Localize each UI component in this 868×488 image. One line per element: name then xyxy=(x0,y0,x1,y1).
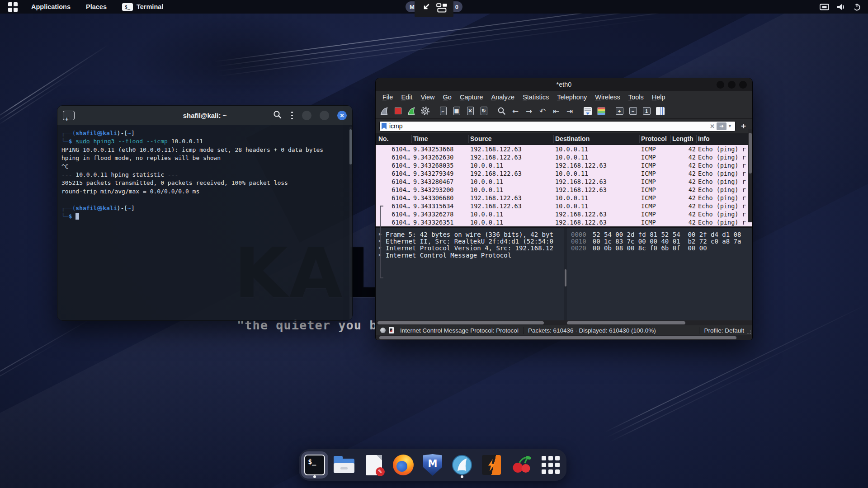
packet-list-vscrollbar[interactable] xyxy=(748,129,752,222)
capture-fin-icon[interactable] xyxy=(378,105,390,117)
filter-dropdown-icon[interactable]: ▼ xyxy=(726,124,733,128)
status-profile[interactable]: Profile: Default xyxy=(704,327,744,334)
terminal-titlebar[interactable]: shafil@kali: ~ ✕ xyxy=(57,106,352,125)
dock-files[interactable] xyxy=(330,451,358,479)
dock-firefox[interactable] xyxy=(390,451,417,479)
packet-row[interactable]: 6104…9.34326803510.0.0.11192.168.122.63I… xyxy=(376,161,752,169)
detail-tree-item[interactable]: ▶Internet Protocol Version 4, Src: 192.1… xyxy=(376,244,564,251)
detail-tree-item[interactable]: ▶Internet Control Message Protocol xyxy=(376,252,564,258)
go-last-packet-icon[interactable]: ⇥ xyxy=(564,105,576,117)
auto-scroll-icon[interactable] xyxy=(582,105,594,117)
detail-tree-item[interactable]: ▶Ethernet II, Src: RealtekU_2f:d4:d1 (52… xyxy=(376,238,564,244)
packet-row[interactable]: 6104…9.34332627810.0.0.11192.168.122.63I… xyxy=(376,210,752,218)
column-header-source[interactable]: Source xyxy=(470,135,491,142)
menu-edit[interactable]: Edit xyxy=(397,92,416,103)
terminal-scrollbar[interactable] xyxy=(349,127,352,320)
capture-file-properties-icon[interactable] xyxy=(389,327,394,333)
filter-bar: ✕ ➜ ▼ + xyxy=(376,119,752,133)
reload-file-icon[interactable]: ↻ xyxy=(478,105,490,117)
capture-stop-icon[interactable] xyxy=(392,105,404,117)
new-tab-button[interactable] xyxy=(63,111,75,120)
hex-line[interactable]: 002000 0b 08 00 8c f0 6b 0f 00 00 xyxy=(567,244,752,251)
close-file-icon[interactable]: ✕ xyxy=(464,105,476,117)
clear-filter-icon[interactable]: ✕ xyxy=(708,123,717,130)
menu-tools[interactable]: Tools xyxy=(624,92,648,103)
capture-options-gear-icon[interactable] xyxy=(419,105,431,117)
fullscreen-toolbar[interactable] xyxy=(415,0,453,17)
display-filter-field[interactable]: ✕ ➜ ▼ xyxy=(379,121,736,131)
menu-wireless[interactable]: Wireless xyxy=(591,92,624,103)
menu-statistics[interactable]: Statistics xyxy=(519,92,553,103)
dock-wireshark[interactable] xyxy=(448,451,476,479)
dock-terminal[interactable]: $_ xyxy=(301,451,328,479)
save-file-icon[interactable]: ▦ xyxy=(451,105,462,117)
dock-metasploit[interactable]: M xyxy=(419,451,446,479)
terminal-output[interactable]: ┌──(shafil㉿kali)-[~]└─$ sudo hping3 --fl… xyxy=(57,125,352,321)
status-field-text: Internet Control Message Protocol: Proto… xyxy=(400,327,519,334)
pane-hscrollbars[interactable] xyxy=(376,320,752,325)
packet-list-header[interactable]: No.TimeSourceDestinationProtocolLengthIn… xyxy=(376,133,752,145)
dock-cherrytree[interactable] xyxy=(508,451,535,479)
hex-line[interactable]: 000052 54 00 2d fd 81 52 54 00 2f d4 d1 … xyxy=(567,231,752,238)
column-header-destination[interactable]: Destination xyxy=(555,135,590,142)
terminal-line xyxy=(61,196,349,204)
packet-row[interactable]: 6104…9.343253668192.168.122.6310.0.0.11I… xyxy=(376,145,752,153)
search-icon[interactable] xyxy=(273,110,282,121)
open-file-icon[interactable]: ⌐ xyxy=(437,105,449,117)
find-packet-icon[interactable] xyxy=(496,105,508,117)
menu-go[interactable]: Go xyxy=(439,92,456,103)
minimize-button[interactable] xyxy=(717,81,724,89)
dock-text-editor[interactable]: ✎ xyxy=(360,451,387,479)
menu-file[interactable]: File xyxy=(378,92,397,103)
exit-fullscreen-icon[interactable] xyxy=(420,3,430,14)
column-header-info[interactable]: Info xyxy=(698,135,710,142)
packet-row[interactable]: 6104…9.34332635110.0.0.11192.168.122.63I… xyxy=(376,218,752,226)
packet-bytes-pane[interactable]: 000052 54 00 2d fd 81 52 54 00 2f d4 d1 … xyxy=(567,228,752,320)
minimize-button[interactable] xyxy=(302,111,311,120)
go-back-icon[interactable]: ← xyxy=(509,105,521,117)
column-header-no[interactable]: No. xyxy=(378,135,389,142)
capture-restart-icon[interactable] xyxy=(406,105,417,117)
zoom-out-icon[interactable]: − xyxy=(627,105,639,117)
column-header-protocol[interactable]: Protocol xyxy=(641,135,667,142)
go-to-packet-icon[interactable]: ↶ xyxy=(537,105,548,117)
menu-analyze[interactable]: Analyze xyxy=(487,92,519,103)
menu-capture[interactable]: Capture xyxy=(456,92,487,103)
wireshark-titlebar[interactable]: *eth0 xyxy=(376,78,752,91)
packet-list-hscrollbar[interactable] xyxy=(376,335,752,340)
menu-help[interactable]: Help xyxy=(648,92,670,103)
zoom-in-icon[interactable]: + xyxy=(613,105,625,117)
menu-kebab-icon[interactable] xyxy=(290,111,294,121)
packet-details-pane[interactable]: ▶Frame 5: 42 bytes on wire (336 bits), 4… xyxy=(376,228,564,320)
resize-columns-icon[interactable] xyxy=(654,105,666,117)
display-filter-input[interactable] xyxy=(389,122,708,130)
detail-tree-item[interactable]: ▶Frame 5: 42 bytes on wire (336 bits), 4… xyxy=(376,231,564,238)
go-first-packet-icon[interactable]: ⇤ xyxy=(550,105,562,117)
packet-row[interactable]: 6104…9.343279349192.168.122.6310.0.0.11I… xyxy=(376,169,752,178)
close-button[interactable]: ✕ xyxy=(337,111,347,120)
packet-row[interactable]: 6104…9.343262630192.168.122.6310.0.0.11I… xyxy=(376,153,752,161)
column-header-length[interactable]: Length xyxy=(672,135,693,142)
packet-row[interactable]: 6104…9.343306680192.168.122.6310.0.0.11I… xyxy=(376,194,752,202)
hex-line[interactable]: 001000 1c 83 7c 00 00 40 01 b2 72 c0 a8 … xyxy=(567,238,752,244)
packet-row[interactable]: 6104…9.34329320010.0.0.11192.168.122.63I… xyxy=(376,186,752,194)
filter-bookmark-icon[interactable] xyxy=(382,123,387,130)
menu-view[interactable]: View xyxy=(416,92,439,103)
window-layout-icon[interactable] xyxy=(436,3,448,14)
terminal-line: └─$ sudo hping3 --flood --icmp 10.0.0.11 xyxy=(61,137,349,145)
packet-row[interactable]: 6104…9.34328046710.0.0.11192.168.122.63I… xyxy=(376,178,752,186)
apply-filter-icon[interactable]: ➜ xyxy=(717,122,726,130)
colorize-icon[interactable] xyxy=(595,105,607,117)
dock-burpsuite[interactable] xyxy=(478,451,505,479)
go-forward-icon[interactable]: → xyxy=(523,105,535,117)
column-header-time[interactable]: Time xyxy=(413,135,428,142)
menu-telephony[interactable]: Telephony xyxy=(553,92,591,103)
maximize-button[interactable] xyxy=(728,81,736,89)
packet-row[interactable]: 6104…9.343315634192.168.122.6310.0.0.11I… xyxy=(376,202,752,210)
dock-app-grid[interactable] xyxy=(537,451,564,479)
resize-grip[interactable] xyxy=(747,330,751,334)
maximize-button[interactable] xyxy=(320,111,329,120)
zoom-original-icon[interactable]: 1 xyxy=(641,105,652,117)
close-button[interactable] xyxy=(739,81,747,89)
add-filter-button[interactable]: + xyxy=(738,121,749,131)
